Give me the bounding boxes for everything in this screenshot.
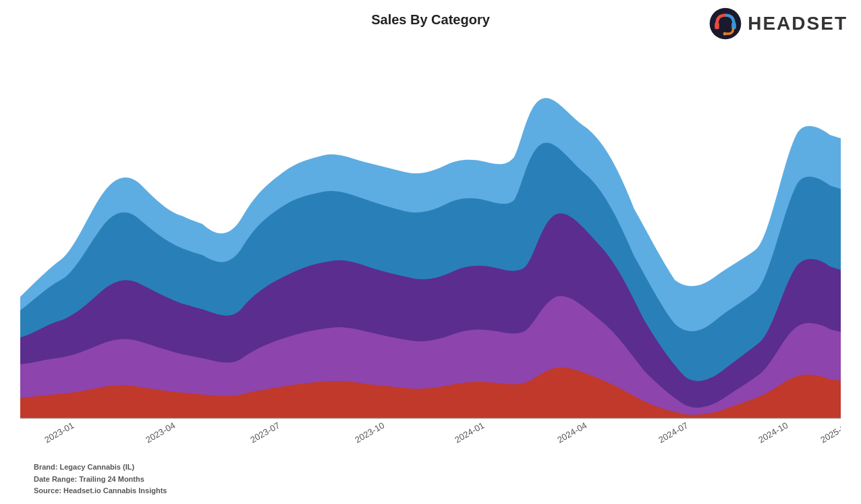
chart-container: HEADSET Sales By Category Concentrates E…: [0, 0, 861, 504]
svg-text:2024-07: 2024-07: [657, 420, 690, 445]
svg-text:2023-01: 2023-01: [43, 420, 76, 445]
svg-text:2024-04: 2024-04: [555, 420, 588, 445]
footer-source: Source: Headset.io Cannabis Insights: [34, 485, 167, 497]
footer-brand: Brand: Legacy Cannabis (IL): [34, 461, 167, 474]
headset-logo-icon: [709, 7, 742, 40]
svg-text:2025-01: 2025-01: [818, 420, 841, 445]
logo-text: HEADSET: [748, 13, 848, 34]
footer-daterange-value: Trailing 24 Months: [79, 475, 144, 483]
svg-text:2023-10: 2023-10: [353, 420, 386, 445]
svg-text:2024-01: 2024-01: [453, 420, 486, 445]
footer-daterange-label: Date Range:: [34, 475, 77, 483]
svg-text:2023-07: 2023-07: [248, 420, 281, 445]
footer-source-label: Source:: [34, 486, 61, 495]
chart-area: 2023-01 2023-04 2023-07 2023-10 2024-01 …: [20, 40, 841, 450]
footer-daterange: Date Range: Trailing 24 Months: [34, 474, 167, 486]
svg-text:2023-04: 2023-04: [144, 420, 177, 445]
svg-rect-1: [715, 22, 719, 29]
svg-point-3: [723, 32, 727, 36]
header-logo: HEADSET: [709, 7, 848, 40]
footer-info: Brand: Legacy Cannabis (IL) Date Range: …: [34, 461, 167, 497]
svg-text:2024-10: 2024-10: [756, 420, 789, 445]
chart-svg: 2023-01 2023-04 2023-07 2023-10 2024-01 …: [20, 40, 841, 450]
footer-brand-value: Legacy Cannabis (IL): [60, 463, 135, 471]
footer-brand-label: Brand:: [34, 463, 57, 471]
footer-source-value: Headset.io Cannabis Insights: [63, 486, 167, 495]
